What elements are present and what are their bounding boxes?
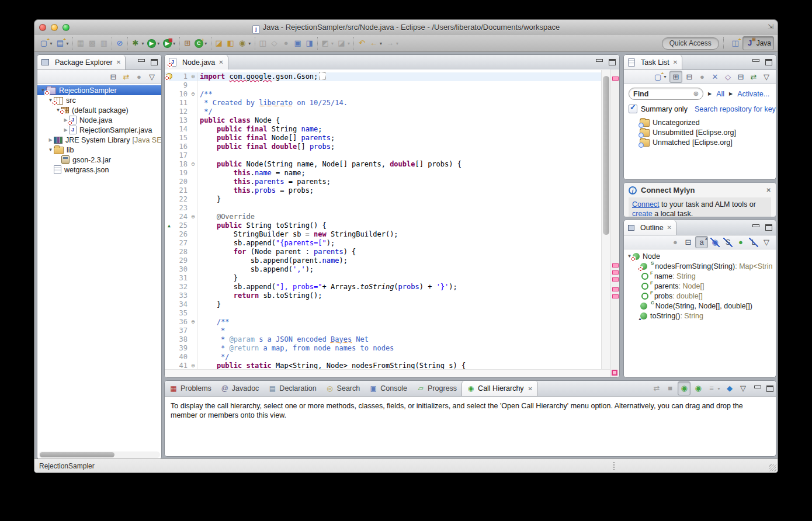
show-view-button[interactable]: ◨: [304, 37, 315, 50]
package-explorer-row[interactable]: ▼lib: [37, 145, 161, 155]
folded-region-icon[interactable]: [319, 72, 326, 80]
callee-hierarchy-button[interactable]: ◉: [692, 382, 704, 395]
save-button[interactable]: ▦: [75, 37, 86, 50]
new-java-project-button[interactable]: ⊞: [182, 37, 193, 50]
collapse-all-button[interactable]: ⊟: [107, 71, 119, 82]
quick-access-button[interactable]: Quick Access: [662, 37, 719, 50]
new-java-class-button[interactable]: C+▼: [193, 37, 209, 50]
scrollbar-thumb[interactable]: [40, 452, 114, 457]
close-icon[interactable]: ✕: [218, 59, 223, 65]
create-task-link[interactable]: create: [632, 210, 653, 217]
overview-summary-error[interactable]: [612, 370, 617, 376]
outline-row[interactable]: Fprobs : double[]: [624, 291, 776, 301]
close-icon[interactable]: ✕: [528, 385, 533, 392]
close-icon[interactable]: ✕: [766, 187, 771, 193]
view-menu-button[interactable]: ▽: [737, 382, 749, 395]
package-explorer-row[interactable]: ▶RejectionSampler.java: [37, 125, 161, 135]
next-annotation-button[interactable]: ◩▼: [320, 37, 336, 50]
outline-row[interactable]: Fname : String: [624, 271, 776, 281]
close-icon[interactable]: ✕: [673, 59, 678, 65]
tab-task-list[interactable]: Task List ✕: [624, 55, 682, 70]
tab-call-hierarchy[interactable]: ◉Call Hierarchy✕: [461, 381, 538, 396]
tab-problems[interactable]: ▦Problems: [165, 381, 216, 396]
pin-view-button[interactable]: ◆: [724, 382, 735, 395]
find-input[interactable]: Find ⊗: [629, 88, 703, 100]
outline-row[interactable]: CNode(String, Node[], double[]): [624, 301, 776, 311]
package-explorer-row[interactable]: ▼RejectionSampler: [37, 85, 161, 95]
refresh-button[interactable]: ⇄: [651, 382, 662, 395]
new-wizard-button[interactable]: ▢+▼: [38, 37, 54, 50]
tab-package-explorer[interactable]: Package Explorer ✕: [37, 55, 126, 70]
close-icon[interactable]: ✕: [116, 59, 121, 65]
error-marker[interactable]: [612, 263, 619, 268]
hide-local-types-button[interactable]: L: [748, 237, 759, 248]
external-tools-button[interactable]: ▶▦▼: [162, 37, 178, 50]
summary-only-checkbox[interactable]: [629, 105, 637, 113]
minimize-view-button[interactable]: [596, 59, 603, 62]
link-with-editor-button[interactable]: ⇄: [120, 71, 132, 82]
package-explorer-row[interactable]: wetgrass.json: [37, 165, 161, 175]
close-icon[interactable]: ✕: [667, 224, 672, 231]
titlebar[interactable]: jJava - RejectionSampler/src/Node.java -…: [34, 20, 778, 36]
focus-workweek-button[interactable]: ●: [696, 71, 708, 82]
error-marker[interactable]: [612, 270, 619, 275]
history-list-button[interactable]: ≡▼: [706, 382, 722, 395]
open-task-button[interactable]: ◪: [213, 37, 225, 50]
java-perspective-button[interactable]: J⊞ Java: [742, 36, 774, 50]
maximize-view-button[interactable]: [151, 59, 158, 65]
fold-toggle-icon[interactable]: ⊖: [189, 318, 197, 327]
tab-search[interactable]: ◎Search: [321, 381, 365, 396]
error-marker[interactable]: [612, 77, 619, 81]
collapse-all-button[interactable]: ⊟: [735, 71, 747, 82]
fold-toggle-icon[interactable]: ⊖: [189, 213, 197, 221]
code-editor[interactable]: 1⊕import com.google.gson.Gson;910⊖/**11 …: [165, 70, 610, 377]
all-filter-link[interactable]: All: [716, 90, 724, 98]
fold-toggle-icon[interactable]: ⊕: [189, 72, 197, 81]
sort-button[interactable]: az: [695, 236, 708, 248]
outline-row[interactable]: ▲toString() : String: [624, 311, 776, 321]
tab-declaration[interactable]: ▤Declaration: [263, 381, 321, 396]
synchronize-button[interactable]: ⇄: [748, 71, 759, 82]
open-perspective-button[interactable]: ◫+: [728, 37, 742, 50]
view-menu-button[interactable]: ▽: [146, 71, 158, 82]
mark-occurrences-button[interactable]: ◫: [257, 37, 269, 50]
focus-button[interactable]: ●: [133, 71, 145, 82]
minimize-view-button[interactable]: [138, 59, 145, 62]
view-menu-button[interactable]: ▽: [761, 237, 772, 248]
save-all-button[interactable]: ▩: [86, 37, 98, 50]
maximize-view-button[interactable]: [765, 59, 772, 65]
editor-vertical-scrollbar[interactable]: [601, 70, 610, 369]
package-explorer-tree[interactable]: ▼RejectionSampler▼src▼(default package)▶…: [37, 84, 161, 451]
maximize-view-button[interactable]: [766, 385, 773, 392]
clear-filter-button[interactable]: ✕: [709, 71, 721, 82]
hide-completed-button[interactable]: ◇: [722, 71, 734, 82]
format-button[interactable]: ◇: [269, 37, 280, 50]
view-menu-button[interactable]: ▽: [761, 71, 772, 82]
resize-grip[interactable]: [769, 464, 776, 471]
outline-row[interactable]: SnodesFromString(String) : Map<Strin: [624, 261, 776, 271]
collapse-arrow-icon[interactable]: ▼: [47, 147, 54, 152]
previous-annotation-button[interactable]: ◪▼: [336, 37, 352, 50]
outline-row[interactable]: ▼Node: [624, 251, 776, 261]
activate-link[interactable]: Activate...: [737, 90, 769, 98]
categorized-view-button[interactable]: ⊞: [669, 71, 682, 83]
scrollbar-thumb[interactable]: [603, 76, 609, 235]
overview-ruler[interactable]: [610, 70, 619, 377]
error-marker[interactable]: [612, 287, 619, 291]
caller-hierarchy-button[interactable]: ◉: [678, 381, 690, 395]
run-button[interactable]: ▶▼: [146, 37, 162, 50]
horizontal-scrollbar[interactable]: [39, 451, 160, 458]
fold-toggle-icon[interactable]: ⊖: [189, 160, 197, 169]
editor-horizontal-scrollbar[interactable]: [165, 369, 610, 377]
print-button[interactable]: ▥: [98, 37, 110, 50]
error-marker[interactable]: [612, 277, 619, 282]
package-explorer-row[interactable]: ▼src: [37, 95, 161, 105]
minimize-view-button[interactable]: [754, 385, 761, 388]
hide-static-button[interactable]: S: [722, 237, 734, 248]
fold-toggle-icon[interactable]: ⊖: [189, 90, 197, 99]
task-category-row[interactable]: Unsubmitted[Eclipse.org]: [631, 127, 776, 137]
maximize-view-button[interactable]: [765, 224, 772, 231]
minimize-view-button[interactable]: [752, 224, 759, 227]
connect-link[interactable]: Connect: [632, 200, 660, 209]
task-category-row[interactable]: Uncategorized: [631, 117, 776, 127]
